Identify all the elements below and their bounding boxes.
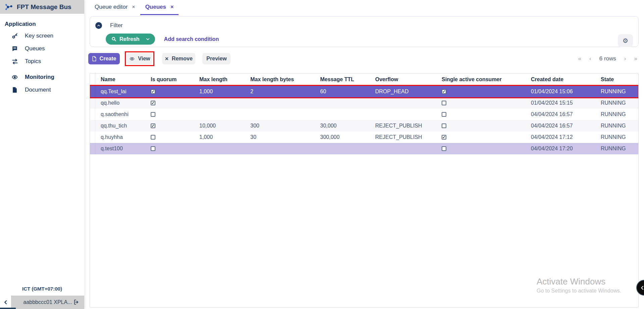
sidebar-item-label: Topics bbox=[25, 58, 41, 65]
sidebar-item-label: Key screen bbox=[25, 33, 53, 39]
checkbox[interactable]: ✓ bbox=[442, 89, 446, 94]
cell-is-quorum: ✓ bbox=[145, 101, 194, 105]
first-page-button[interactable]: « bbox=[578, 55, 581, 62]
cell-state: RUNNING bbox=[595, 146, 639, 152]
cell-state: RUNNING bbox=[595, 100, 639, 106]
filter-collapse-button[interactable] bbox=[95, 22, 102, 29]
close-icon[interactable]: × bbox=[170, 4, 174, 10]
cell-max-length-bytes: 300 bbox=[245, 123, 315, 129]
taskbar-hint-strip bbox=[0, 308, 16, 309]
sidebar-collapse-button[interactable] bbox=[0, 296, 11, 309]
tab-queue-editor[interactable]: Queue editor× bbox=[90, 0, 140, 15]
tab-label: Queues bbox=[145, 4, 166, 10]
cell-overflow: REJECT_PUBLISH bbox=[370, 123, 436, 129]
refresh-label: Refresh bbox=[119, 36, 140, 42]
topics-icon bbox=[11, 58, 18, 65]
checkbox[interactable] bbox=[151, 135, 155, 140]
checkbox[interactable] bbox=[442, 146, 446, 151]
checkbox[interactable]: ✓ bbox=[151, 123, 155, 128]
selection-column-header bbox=[90, 73, 95, 86]
column-header-message-ttl[interactable]: Message TTL bbox=[315, 76, 370, 83]
key-icon bbox=[11, 32, 18, 40]
row-selection-cell bbox=[90, 109, 95, 120]
checkbox[interactable] bbox=[442, 123, 446, 128]
sidebar-item-key-screen[interactable]: Key screen bbox=[0, 30, 84, 42]
column-header-overflow[interactable]: Overflow bbox=[370, 76, 436, 83]
table-row[interactable]: q.huyhha1,00030300,000REJECT_PUBLISH✓04/… bbox=[90, 132, 638, 143]
table-body: qq.Test_lai✓1,000260DROP_HEAD✓01/04/2024… bbox=[90, 86, 638, 154]
x-icon: ✕ bbox=[165, 56, 169, 61]
eye-icon bbox=[129, 56, 135, 61]
next-page-button[interactable]: › bbox=[624, 55, 626, 62]
account-label: aabbbccc01 XPLA... bbox=[23, 299, 72, 305]
checkbox[interactable]: ✓ bbox=[442, 135, 446, 140]
checkbox[interactable] bbox=[442, 112, 446, 117]
watermark-title: Activate Windows bbox=[537, 276, 622, 287]
remove-label: Remove bbox=[172, 56, 193, 62]
chevron-down-icon[interactable] bbox=[146, 37, 150, 41]
sidebar-item-topics[interactable]: Topics bbox=[0, 55, 84, 68]
column-header-created-date[interactable]: Created date bbox=[526, 76, 595, 83]
create-button[interactable]: Create bbox=[88, 53, 120, 64]
view-button[interactable]: View bbox=[127, 53, 152, 64]
table-row[interactable]: q.saothenhi04/04/2024 16:57RUNNING bbox=[90, 109, 638, 120]
cell-is-quorum bbox=[145, 135, 194, 140]
row-selection-cell bbox=[90, 132, 95, 143]
account-button[interactable]: aabbbccc01 XPLA... bbox=[11, 296, 84, 309]
checkbox[interactable]: ✓ bbox=[151, 89, 155, 94]
search-icon bbox=[111, 37, 116, 42]
checkbox[interactable] bbox=[442, 101, 446, 105]
app-title: FPT Message Bus bbox=[17, 3, 71, 11]
close-icon[interactable]: × bbox=[132, 4, 135, 10]
chevron-left-icon bbox=[640, 285, 644, 291]
column-header-max-length-bytes[interactable]: Max length bytes bbox=[245, 76, 315, 83]
cell-single-active-consumer bbox=[436, 112, 526, 117]
cell-name: qq.Test_lai bbox=[95, 89, 145, 95]
table-row[interactable]: qq.hello✓01/04/2024 15:15RUNNING bbox=[90, 97, 638, 109]
cell-single-active-consumer bbox=[436, 123, 526, 128]
activate-windows-watermark: Activate Windows Go to Settings to activ… bbox=[537, 276, 622, 294]
preview-button[interactable]: Preview bbox=[202, 53, 231, 64]
sidebar-item-document[interactable]: Document bbox=[0, 84, 84, 96]
cell-name: q.test100 bbox=[95, 146, 145, 152]
column-header-name[interactable]: Name bbox=[95, 76, 145, 83]
filter-title: Filter bbox=[110, 22, 123, 29]
previous-page-button[interactable]: ‹ bbox=[589, 55, 591, 62]
logout-icon[interactable] bbox=[73, 299, 80, 306]
add-search-condition-link[interactable]: Add search condition bbox=[164, 36, 219, 42]
sidebar-nav: Key screenQueuesTopicsMonitoringDocument bbox=[0, 30, 84, 96]
sidebar-item-queues[interactable]: Queues bbox=[0, 42, 84, 55]
column-header-single-active-consumer[interactable]: Single active consumer bbox=[436, 76, 526, 83]
table-settings-button[interactable]: ⚙ bbox=[618, 34, 633, 47]
column-header-is-quorum[interactable]: Is quorum bbox=[145, 76, 194, 83]
sidebar-item-monitoring[interactable]: Monitoring bbox=[0, 71, 84, 84]
checkbox[interactable]: ✓ bbox=[151, 101, 155, 105]
tab-queues[interactable]: Queues× bbox=[140, 0, 179, 15]
table-row[interactable]: q.test10004/04/2024 17:20RUNNING bbox=[90, 143, 638, 154]
refresh-button[interactable]: Refresh bbox=[106, 34, 155, 45]
account-bar: aabbbccc01 XPLA... bbox=[0, 296, 84, 309]
table-row[interactable]: qq.thu_tich✓10,00030030,000REJECT_PUBLIS… bbox=[90, 120, 638, 132]
column-header-max-length[interactable]: Max length bbox=[194, 76, 245, 83]
checkbox[interactable] bbox=[151, 112, 155, 117]
checkbox[interactable] bbox=[151, 146, 155, 151]
cell-overflow: REJECT_PUBLISH bbox=[370, 134, 436, 140]
row-selection-cell bbox=[90, 143, 95, 154]
cell-is-quorum bbox=[145, 146, 194, 151]
remove-button[interactable]: ✕ Remove bbox=[162, 53, 195, 64]
table-row[interactable]: qq.Test_lai✓1,000260DROP_HEAD✓01/04/2024… bbox=[90, 86, 638, 97]
sidebar: FPT Message Bus Application Key screenQu… bbox=[0, 0, 84, 309]
cell-created-date: 01/04/2024 15:06 bbox=[526, 89, 595, 95]
column-header-state[interactable]: State bbox=[595, 76, 639, 83]
cell-is-quorum: ✓ bbox=[145, 89, 194, 94]
monitoring-icon bbox=[11, 73, 18, 81]
cell-max-length: 1,000 bbox=[194, 89, 245, 95]
row-selection-cell bbox=[90, 120, 95, 132]
file-icon bbox=[92, 56, 97, 61]
tab-label: Queue editor bbox=[95, 4, 128, 10]
cell-state: RUNNING bbox=[595, 123, 639, 129]
cell-max-length: 1,000 bbox=[194, 134, 245, 140]
cell-single-active-consumer bbox=[436, 146, 526, 151]
row-selection-cell bbox=[90, 86, 95, 97]
last-page-button[interactable]: » bbox=[634, 55, 637, 62]
